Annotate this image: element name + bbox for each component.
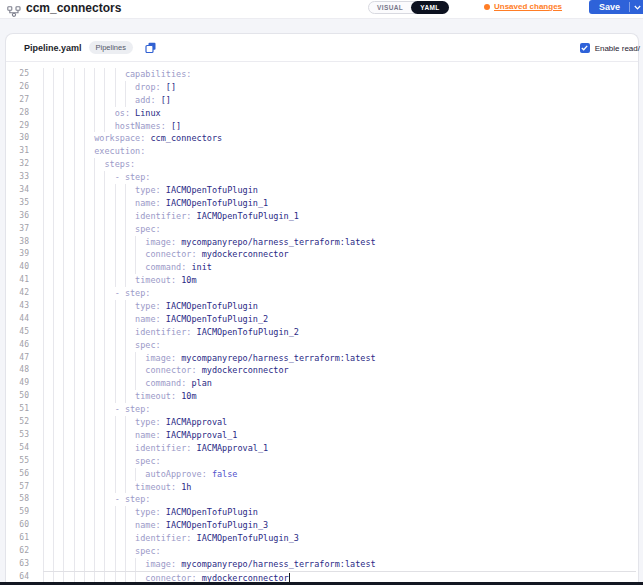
code-line[interactable]: 63image: mycompanyrepo/harness_terraform… [6, 558, 638, 571]
indent-guide [104, 493, 105, 506]
code-line[interactable]: 46spec: [6, 339, 638, 352]
indent-guide [53, 416, 54, 429]
code-line[interactable]: 45identifier: IACMOpenTofuPlugin_2 [6, 326, 638, 339]
indent-guide [125, 377, 126, 390]
indent-guide [74, 326, 75, 339]
indent-guide [74, 132, 75, 145]
indent-guide [63, 261, 64, 274]
indent-guide [74, 287, 75, 300]
code-line[interactable]: 39connector: mydockerconnector [6, 248, 638, 261]
code-line[interactable]: 40command: init [6, 261, 638, 274]
indent-guide [125, 197, 126, 210]
code-line[interactable]: 27add: [] [6, 94, 638, 107]
indent-guide [104, 248, 105, 261]
code-line[interactable]: 33- step: [6, 171, 638, 184]
copy-icon[interactable] [145, 42, 157, 54]
code-line[interactable]: 58- step: [6, 493, 638, 506]
indent-guide [84, 429, 85, 442]
indent-guide [84, 158, 85, 171]
indent-guide [43, 403, 44, 416]
tab-yaml[interactable]: YAML [411, 1, 448, 14]
code-line[interactable]: 57timeout: 1h [6, 481, 638, 494]
code-line[interactable]: 50timeout: 10m [6, 390, 638, 403]
indent-guide [74, 81, 75, 94]
code-line[interactable]: 41timeout: 10m [6, 274, 638, 287]
indent-guide [125, 210, 126, 223]
code-line[interactable]: 54identifier: IACMApproval_1 [6, 442, 638, 455]
indent-guide [115, 429, 116, 442]
code-line[interactable]: 53name: IACMApproval_1 [6, 429, 638, 442]
indent-guide [84, 248, 85, 261]
code-line[interactable]: 34type: IACMOpenTofuPlugin [6, 184, 638, 197]
code-line[interactable]: 56autoApprove: false [6, 468, 638, 481]
indent-guide [125, 184, 126, 197]
code-line[interactable]: 26drop: [] [6, 81, 638, 94]
indent-guide [125, 442, 126, 455]
tab-visual[interactable]: VISUAL [369, 4, 411, 11]
code-line[interactable]: 32steps: [6, 158, 638, 171]
indent-guide [74, 493, 75, 506]
visual-yaml-toggle[interactable]: VISUAL YAML [368, 1, 449, 14]
save-split-button[interactable]: Save [589, 0, 643, 14]
code-line[interactable]: 59type: IACMOpenTofuPlugin [6, 506, 638, 519]
code-line[interactable]: 61identifier: IACMOpenTofuPlugin_3 [6, 532, 638, 545]
indent-guide [53, 68, 54, 81]
indent-guide [104, 184, 105, 197]
indent-guide [53, 468, 54, 481]
indent-guide [43, 326, 44, 339]
indent-guide [104, 572, 105, 583]
indent-guide [84, 107, 85, 120]
indent-guide [104, 236, 105, 249]
code-line[interactable]: 31execution: [6, 145, 638, 158]
indent-guide [53, 364, 54, 377]
code-line[interactable]: 30workspace: ccm_connectors [6, 132, 638, 145]
indent-guide [63, 339, 64, 352]
indent-guide [94, 81, 95, 94]
indent-guide [125, 519, 126, 532]
code-line[interactable]: 47image: mycompanyrepo/harness_terraform… [6, 352, 638, 365]
indent-guide [74, 171, 75, 184]
code-line[interactable]: 49command: plan [6, 377, 638, 390]
code-line[interactable]: 62spec: [6, 545, 638, 558]
indent-guide [53, 274, 54, 287]
indent-guide [115, 68, 116, 81]
line-number: 44 [6, 313, 32, 326]
unsaved-changes-link[interactable]: Unsaved changes [484, 2, 562, 11]
code-line[interactable]: 29hostNames: [] [6, 120, 638, 133]
code-line[interactable]: 51- step: [6, 403, 638, 416]
code-line[interactable]: 43type: IACMOpenTofuPlugin [6, 300, 638, 313]
indent-guide [63, 81, 64, 94]
code-line[interactable]: 38image: mycompanyrepo/harness_terraform… [6, 236, 638, 249]
code-line[interactable]: 44name: IACMOpenTofuPlugin_2 [6, 313, 638, 326]
indent-guide [84, 352, 85, 365]
indent-guide [63, 287, 64, 300]
code-line[interactable]: 48connector: mydockerconnector [6, 364, 638, 377]
code-line[interactable]: 35name: IACMOpenTofuPlugin_1 [6, 197, 638, 210]
indent-guide [84, 120, 85, 133]
code-line[interactable]: 60name: IACMOpenTofuPlugin_3 [6, 519, 638, 532]
chevron-down-icon[interactable] [630, 0, 643, 14]
save-button[interactable]: Save [589, 0, 629, 14]
code-line[interactable]: 52type: IACMApproval [6, 416, 638, 429]
indent-guide [43, 364, 44, 377]
indent-guide [53, 455, 54, 468]
indent-guide [74, 481, 75, 494]
enable-edit-checkbox[interactable] [580, 43, 590, 53]
indent-guide [104, 364, 105, 377]
code-line[interactable]: 55spec: [6, 455, 638, 468]
line-number: 62 [6, 545, 32, 558]
code-line[interactable]: 36identifier: IACMOpenTofuPlugin_1 [6, 210, 638, 223]
indent-guide [104, 377, 105, 390]
code-line[interactable]: 25capabilities: [6, 68, 638, 81]
code-line[interactable]: 28os: Linux [6, 107, 638, 120]
indent-guide [53, 171, 54, 184]
code-line[interactable]: 37spec: [6, 223, 638, 236]
indent-guide [53, 261, 54, 274]
indent-guide [63, 171, 64, 184]
indent-guide [53, 519, 54, 532]
indent-guide [84, 545, 85, 558]
indent-guide [104, 94, 105, 107]
code-line[interactable]: 42- step: [6, 287, 638, 300]
yaml-editor[interactable]: 25capabilities:26drop: []27add: []28os: … [6, 62, 638, 584]
indent-guide [43, 184, 44, 197]
